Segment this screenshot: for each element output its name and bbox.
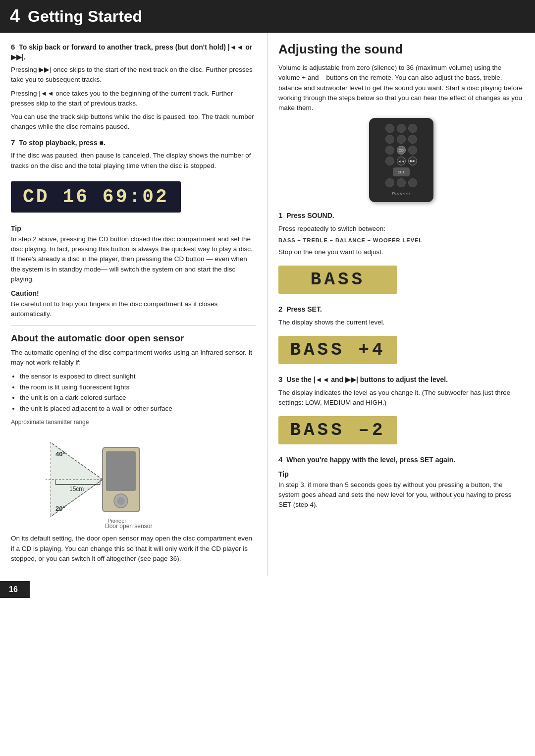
step6-p3: You can use the track skip buttons while…: [11, 112, 256, 132]
step3-num: 3: [278, 375, 282, 383]
remote-btn: [385, 135, 394, 144]
sound-options: BASS – TREBLE – BALANCE – WOOFER LEVEL: [278, 237, 524, 243]
page-number: 16: [9, 585, 18, 594]
tip-p1: In step 2 above, pressing the CD button …: [11, 234, 256, 284]
about-p2: On its default setting, the door open se…: [11, 534, 256, 564]
remote-row: [385, 124, 417, 133]
remote-row: [385, 178, 417, 187]
caution-label: Caution!: [11, 289, 256, 297]
tip-box: Tip In step 2 above, pressing the CD but…: [11, 224, 256, 284]
svg-rect-1: [106, 451, 136, 491]
about-p1: The automatic opening of the disc compar…: [11, 348, 256, 368]
tip-label: Tip: [11, 224, 256, 232]
step6-heading: 6 To skip back or forward to another tra…: [11, 42, 256, 62]
remote-btn: [397, 178, 406, 187]
caution-p1: Be careful not to trap your fingers in t…: [11, 299, 256, 320]
list-item: the unit is placed adjacent to a wall or…: [20, 403, 256, 414]
left-column: 6 To skip back or forward to another tra…: [0, 33, 268, 576]
sensor-diagram: Approximate tansmitter range 40° 20°: [11, 419, 256, 530]
remote-btn: [408, 146, 417, 155]
step2-heading: 2 Press SET.: [278, 304, 524, 315]
chapter-number: 4: [10, 6, 20, 27]
bass-display-2: BASS +4: [278, 336, 397, 364]
cd-display: CD 16 69:02: [11, 181, 181, 213]
step4-heading: 4 When you're happy with the level, pres…: [278, 454, 524, 465]
bullet-list: the sensor is exposed to direct sunlight…: [20, 371, 256, 414]
remote-btn: [385, 178, 394, 187]
remote-btn-special: ▶▶: [408, 157, 417, 165]
remote-row: SET: [393, 167, 410, 176]
list-item: the room is lit using fluorescent lights: [20, 382, 256, 393]
svg-text:40°: 40°: [55, 450, 65, 458]
step3-heading: 3 Use the |◄◄ and ▶▶| buttons to adjust …: [278, 374, 524, 385]
remote-row: ◄◄ ▶▶: [385, 157, 417, 165]
remote-btn: [385, 157, 394, 165]
about-title: About the automatic door open sensor: [11, 333, 256, 344]
sensor-svg: 40° 20° 15cm Pioneer: [11, 428, 150, 527]
remote-btn: [385, 124, 394, 133]
chapter-header: 4 Getting Started: [0, 0, 535, 33]
remote-container: CD ◄◄ ▶▶ SET Pioneer: [278, 118, 524, 202]
step1-num: 1: [278, 211, 282, 219]
step2-num: 2: [278, 305, 282, 313]
step1-p2: Stop on the one you want to adjust.: [278, 247, 524, 257]
sensor-caption: Approximate tansmitter range: [11, 419, 89, 426]
remote-btn: [408, 124, 417, 133]
step6-num: 6: [11, 43, 15, 51]
caution-box: Caution! Be careful not to trap your fin…: [11, 289, 256, 320]
step3-p1: The display indicates the level as you c…: [278, 388, 524, 408]
remote-btn: [397, 124, 406, 133]
svg-point-3: [117, 497, 125, 505]
list-item: the unit is on a dark-colored surface: [20, 392, 256, 403]
step7-p1: If the disc was paused, then pause is ca…: [11, 151, 256, 171]
section-divider: [11, 325, 256, 326]
remote-row: [385, 135, 417, 144]
step6-p1: Pressing ▶▶| once skips to the start of …: [11, 65, 256, 85]
remote-control: CD ◄◄ ▶▶ SET Pioneer: [369, 118, 433, 202]
step1-heading: 1 Press SOUND.: [278, 210, 524, 221]
step7-num: 7: [11, 138, 15, 147]
tip2-box: Tip In step 3, if more than 5 seconds go…: [278, 470, 524, 510]
step6-p2: Pressing |◄◄ once takes you to the begin…: [11, 89, 256, 109]
step1-p1: Press repeatedly to switch between:: [278, 224, 524, 234]
svg-text:15cm: 15cm: [69, 486, 84, 492]
remote-btn: [408, 178, 417, 187]
tip2-p1: In step 3, if more than 5 seconds goes b…: [278, 480, 524, 510]
svg-text:20°: 20°: [55, 505, 65, 512]
intro-p1: Volume is adjustable from zero (silence)…: [278, 63, 524, 113]
section-title: Adjusting the sound: [278, 42, 524, 57]
bass-display-3: BASS –2: [278, 416, 397, 444]
step2-p1: The display shows the current level.: [278, 318, 524, 327]
right-column: Adjusting the sound Volume is adjustable…: [268, 33, 535, 576]
step4-num: 4: [278, 455, 282, 464]
remote-btn: [408, 135, 417, 144]
remote-row: CD: [385, 146, 417, 155]
door-label: Door open sensor: [105, 523, 152, 530]
bass-display-1: BASS: [278, 266, 397, 294]
main-layout: 6 To skip back or forward to another tra…: [0, 33, 535, 576]
remote-btn-set: SET: [393, 167, 410, 176]
step7-heading: 7 To stop playback, press ■.: [11, 137, 256, 148]
remote-logo: Pioneer: [392, 191, 411, 196]
list-item: the sensor is exposed to direct sunlight: [20, 371, 256, 382]
page-footer: 16: [0, 581, 30, 598]
remote-btn-special: CD: [397, 146, 406, 155]
remote-btn: [397, 135, 406, 144]
tip2-label: Tip: [278, 470, 524, 478]
remote-btn-special: ◄◄: [397, 157, 406, 165]
chapter-title: Getting Started: [28, 7, 142, 26]
remote-btn: [385, 146, 394, 155]
